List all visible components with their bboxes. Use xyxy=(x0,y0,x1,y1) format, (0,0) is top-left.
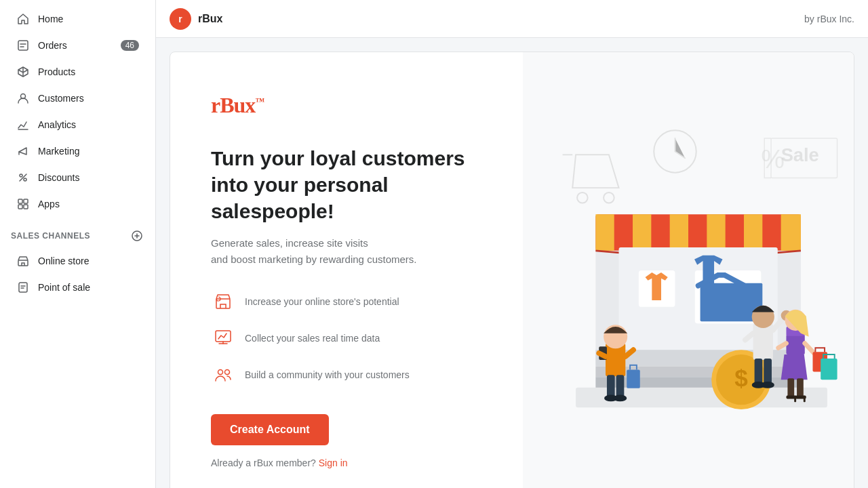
svg-point-43 xyxy=(614,395,627,402)
add-channel-button[interactable] xyxy=(130,228,144,243)
svg-rect-6 xyxy=(18,205,22,209)
create-account-button[interactable]: Create Account xyxy=(211,414,329,445)
sidebar-label-apps: Apps xyxy=(38,199,139,209)
hero-subtitle: Generate sales, increase site visitsand … xyxy=(211,235,489,268)
svg-rect-27 xyxy=(744,214,762,251)
signin-text: Already a rBux member? Sign in xyxy=(211,458,489,468)
svg-rect-5 xyxy=(24,199,28,203)
plus-icon xyxy=(132,230,142,241)
svg-rect-40 xyxy=(607,375,615,398)
svg-rect-60 xyxy=(787,378,794,396)
rbux-logo: rBux™ xyxy=(211,93,489,118)
svg-rect-10 xyxy=(19,283,27,292)
sidebar-label-orders: Orders xyxy=(38,40,113,51)
features-list: Increase your online store's potential xyxy=(211,289,489,387)
discounts-icon xyxy=(16,171,30,184)
svg-point-54 xyxy=(761,382,774,388)
card-inner: rBux™ Turn your loyal customers into you… xyxy=(170,52,854,488)
pos-icon xyxy=(16,281,30,294)
svg-rect-64 xyxy=(794,397,796,403)
svg-rect-52 xyxy=(764,359,772,385)
card-left: rBux™ Turn your loyal customers into you… xyxy=(170,52,523,488)
svg-point-2 xyxy=(20,174,22,177)
app-logo-circle: r xyxy=(170,8,191,30)
chart-icon xyxy=(211,326,235,350)
products-icon xyxy=(16,65,30,79)
sidebar-label-home: Home xyxy=(38,14,139,24)
svg-rect-24 xyxy=(633,214,651,251)
marketing-icon xyxy=(16,144,30,158)
feature-item-3: Build a community with your customers xyxy=(211,363,489,387)
home-icon xyxy=(16,12,30,26)
main-card: rBux™ Turn your loyal customers into you… xyxy=(170,52,854,488)
svg-rect-59 xyxy=(821,359,837,380)
main-area: r rBux by rBux Inc. rBux™ Turn your loya… xyxy=(156,0,868,488)
sign-in-link[interactable]: Sign in xyxy=(319,458,348,468)
svg-rect-11 xyxy=(216,299,230,308)
svg-rect-22 xyxy=(595,214,801,251)
content-area: rBux™ Turn your loyal customers into you… xyxy=(156,38,868,488)
svg-point-3 xyxy=(24,178,26,181)
svg-rect-7 xyxy=(24,205,28,209)
sidebar-item-orders[interactable]: Orders 46 xyxy=(5,33,150,58)
svg-rect-65 xyxy=(804,397,806,403)
svg-point-16 xyxy=(604,192,614,203)
sidebar-item-apps[interactable]: Apps xyxy=(5,191,150,217)
sidebar-item-home[interactable]: Home xyxy=(5,6,150,32)
svg-text:Sale: Sale xyxy=(781,144,819,165)
sidebar-label-discounts: Discounts xyxy=(38,172,139,183)
svg-rect-25 xyxy=(670,214,688,251)
channel-label-point-of-sale: Point of sale xyxy=(38,282,139,293)
sidebar-item-point-of-sale[interactable]: Point of sale xyxy=(5,274,150,300)
svg-text:$: $ xyxy=(734,365,748,391)
feature-item-2: Collect your sales real time data xyxy=(211,326,489,350)
analytics-icon xyxy=(16,118,30,131)
svg-rect-0 xyxy=(18,41,28,50)
orders-badge: 46 xyxy=(121,40,139,51)
card-right: % Sale xyxy=(523,52,854,488)
sidebar: Home Orders 46 Products Customers Analyt… xyxy=(0,0,156,488)
sidebar-item-customers[interactable]: Customers xyxy=(5,85,150,111)
sidebar-item-analytics[interactable]: Analytics xyxy=(5,112,150,138)
orders-icon xyxy=(16,39,30,52)
sidebar-item-products[interactable]: Products xyxy=(5,59,150,85)
svg-rect-23 xyxy=(595,214,614,251)
svg-rect-12 xyxy=(216,331,231,342)
svg-rect-51 xyxy=(755,359,763,385)
feature-text-2: Collect your sales real time data xyxy=(245,333,380,344)
topbar: r rBux by rBux Inc. xyxy=(156,0,868,38)
sales-channels-label: SALES CHANNELS xyxy=(11,231,90,241)
sidebar-label-analytics: Analytics xyxy=(38,119,139,130)
svg-point-13 xyxy=(218,370,223,375)
feature-text-3: Build a community with your customers xyxy=(245,369,410,380)
store-icon xyxy=(211,289,235,314)
svg-rect-26 xyxy=(707,214,725,251)
community-icon xyxy=(211,363,235,387)
sales-channels-section: SALES CHANNELS xyxy=(0,218,155,247)
apps-icon xyxy=(16,197,30,211)
hero-title: Turn your loyal customers into your pers… xyxy=(211,145,489,224)
store-icon xyxy=(16,254,30,268)
sidebar-item-online-store[interactable]: Online store xyxy=(5,248,150,274)
svg-point-14 xyxy=(225,370,230,375)
sidebar-label-customers: Customers xyxy=(38,93,139,104)
app-logo-name: rBux xyxy=(198,13,222,25)
topbar-by: by rBux Inc. xyxy=(804,14,854,24)
svg-rect-28 xyxy=(781,214,801,251)
sidebar-label-products: Products xyxy=(38,66,139,77)
svg-rect-55 xyxy=(786,335,804,354)
channel-label-online-store: Online store xyxy=(38,256,139,266)
svg-rect-48 xyxy=(753,323,773,360)
sidebar-nav: Home Orders 46 Products Customers Analyt… xyxy=(0,0,155,306)
sidebar-item-discounts[interactable]: Discounts xyxy=(5,165,150,190)
topbar-left: r rBux xyxy=(170,8,222,30)
illustration: % Sale xyxy=(523,52,854,488)
sidebar-item-marketing[interactable]: Marketing xyxy=(5,138,150,164)
svg-rect-44 xyxy=(627,370,640,388)
feature-text-1: Increase your online store's potential xyxy=(245,296,399,307)
svg-point-15 xyxy=(577,192,588,203)
sidebar-label-marketing: Marketing xyxy=(38,146,139,157)
customers-icon xyxy=(16,92,30,105)
svg-rect-4 xyxy=(18,199,22,203)
feature-item-1: Increase your online store's potential xyxy=(211,289,489,314)
